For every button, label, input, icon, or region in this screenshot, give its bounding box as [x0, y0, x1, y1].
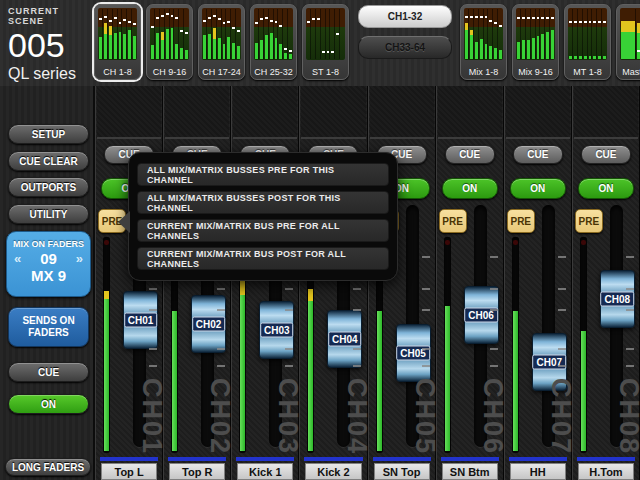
meter-fill — [445, 306, 450, 451]
long-faders-button[interactable]: LONG FADERS — [5, 458, 91, 476]
channel-watermark: CH04 — [347, 378, 367, 455]
fader-scale-tick — [490, 288, 498, 290]
fader-knob[interactable]: CH01 — [123, 291, 158, 349]
channel-name[interactable]: Top L — [101, 463, 157, 480]
fader-scale-tick — [422, 365, 430, 367]
channel-cue-button[interactable]: CUE — [513, 145, 563, 164]
channel-detail-panel[interactable] — [370, 86, 434, 139]
meter-fill — [377, 311, 382, 451]
mix-next-icon[interactable]: » — [76, 251, 83, 266]
channel-name[interactable]: Kick 2 — [305, 463, 361, 480]
meter-block[interactable]: Master — [616, 4, 640, 80]
meter-block[interactable]: CH 25-32 — [250, 4, 297, 80]
meter-bar — [593, 9, 597, 59]
fader-scale-tick — [149, 365, 157, 367]
channel-detail-panel[interactable] — [165, 86, 229, 139]
meter-fill — [172, 311, 177, 451]
pre-badge[interactable]: PRE — [439, 209, 467, 233]
channel-watermark: CH08 — [619, 378, 639, 455]
fader-knob[interactable]: CH05 — [396, 324, 431, 382]
meter-block[interactable]: Mix 1-8 — [460, 4, 507, 80]
meter-yellow-segment — [104, 291, 109, 299]
bank-button-ch1-32[interactable]: CH1-32 — [358, 5, 452, 28]
channel-detail-panel[interactable] — [97, 86, 161, 139]
meter-block[interactable]: Mix 9-16 — [512, 4, 559, 80]
meter-bar — [213, 9, 217, 59]
popup-menu-item[interactable]: CURRENT MIX/MATRIX BUS PRE FOR ALL CHANN… — [137, 219, 389, 242]
channel-detail-panel[interactable] — [438, 86, 502, 139]
channel-name[interactable]: Top R — [169, 463, 225, 480]
channel-name[interactable]: SN Top — [374, 463, 430, 480]
meter-bar — [237, 9, 240, 59]
meter-bar — [185, 9, 188, 59]
fader-knob[interactable]: CH06 — [464, 286, 499, 344]
channel-watermark: CH05 — [415, 378, 435, 455]
fader-knob[interactable]: CH08 — [600, 270, 635, 328]
channel-cue-button[interactable]: CUE — [445, 145, 495, 164]
bank-button-ch33-64[interactable]: CH33-64 — [358, 36, 452, 59]
channel-detail-panel[interactable] — [574, 86, 638, 139]
setup-button[interactable]: SETUP — [8, 124, 89, 144]
meter-bar — [603, 9, 606, 59]
channel-strip: CUE ON PRE CH04 CH04 Kick 2 — [299, 86, 367, 480]
meter-block-label: Master — [617, 67, 640, 77]
meter-bar — [589, 9, 593, 59]
mini-meter — [464, 8, 503, 60]
pre-badge[interactable]: PRE — [575, 209, 603, 233]
fader-knob-label: CH08 — [601, 292, 635, 307]
channel-detail-panel[interactable] — [301, 86, 365, 139]
channel-meter — [103, 237, 110, 453]
meter-block-label: CH 1-8 — [95, 67, 140, 77]
channel-detail-panel[interactable] — [506, 86, 570, 139]
popup-menu-item[interactable]: CURRENT MIX/MATRIX BUS POST FOR ALL CHAN… — [137, 247, 389, 270]
channel-detail-panel[interactable] — [233, 86, 297, 139]
outports-button[interactable]: OUTPORTS — [8, 177, 89, 197]
fader-scale-tick — [285, 288, 293, 290]
meter-bar — [322, 9, 326, 59]
channel-on-button[interactable]: ON — [578, 178, 634, 199]
meter-block[interactable]: ST 1-8 — [302, 4, 349, 80]
channel-name[interactable]: H.Tom — [578, 463, 634, 480]
mix-on-faders-panel[interactable]: MIX ON FADERS « 09 » MX 9 — [6, 231, 91, 297]
utility-button[interactable]: UTILITY — [8, 204, 89, 224]
meter-bar — [541, 9, 545, 59]
channel-color-bar — [168, 457, 226, 461]
channel-color-bar — [304, 457, 362, 461]
sends-on-faders-button[interactable]: SENDS ON FADERS — [8, 307, 89, 347]
fader-scale-tick — [217, 348, 225, 350]
popup-menu-item[interactable]: ALL MIX/MATRIX BUSSES PRE FOR THIS CHANN… — [137, 163, 389, 186]
mini-meter — [306, 8, 345, 60]
channel-name[interactable]: Kick 1 — [237, 463, 293, 480]
meter-bridge: CURRENT SCENE 005 QL series CH 1-8 CH 9-… — [0, 0, 640, 88]
peak-led-icon — [581, 240, 586, 245]
channel-name[interactable]: HH — [510, 463, 566, 480]
channel-bank-switcher: CH1-32CH33-64 — [358, 5, 452, 59]
meter-block[interactable]: MT 1-8 — [564, 4, 611, 80]
channel-name[interactable]: SN Btm — [442, 463, 498, 480]
fader-knob-label: CH02 — [192, 317, 226, 332]
channel-cue-button[interactable]: CUE — [581, 145, 631, 164]
mix-prev-icon[interactable]: « — [14, 251, 21, 266]
meter-bar — [621, 9, 636, 59]
channel-strip: CUE ON PRE CH03 CH03 Kick 1 — [231, 86, 299, 480]
channel-on-button[interactable]: ON — [510, 178, 566, 199]
meter-block[interactable]: CH 17-24 — [198, 4, 245, 80]
meter-fill — [308, 289, 313, 451]
meter-block[interactable]: CH 1-8 — [94, 4, 141, 80]
pre-badge[interactable]: PRE — [507, 209, 535, 233]
meter-bar — [499, 9, 502, 59]
meter-bar — [218, 9, 222, 59]
ql-stagemix-app: CURRENT SCENE 005 QL series CH 1-8 CH 9-… — [0, 0, 640, 480]
scene-panel[interactable]: CURRENT SCENE 005 QL series — [0, 0, 94, 83]
fader-knob[interactable]: CH02 — [191, 295, 226, 353]
meter-bar — [260, 9, 264, 59]
cue-clear-button[interactable]: CUE CLEAR — [8, 151, 89, 171]
fader-knob[interactable]: CH04 — [327, 310, 362, 368]
meter-block[interactable]: CH 9-16 — [146, 4, 193, 80]
master-cue-button[interactable]: CUE — [8, 362, 89, 382]
fader-scale-tick — [422, 309, 430, 311]
meter-bar — [156, 9, 160, 59]
popup-menu-item[interactable]: ALL MIX/MATRIX BUSSES POST FOR THIS CHAN… — [137, 191, 389, 214]
master-on-button[interactable]: ON — [8, 394, 89, 414]
channel-on-button[interactable]: ON — [442, 178, 498, 199]
